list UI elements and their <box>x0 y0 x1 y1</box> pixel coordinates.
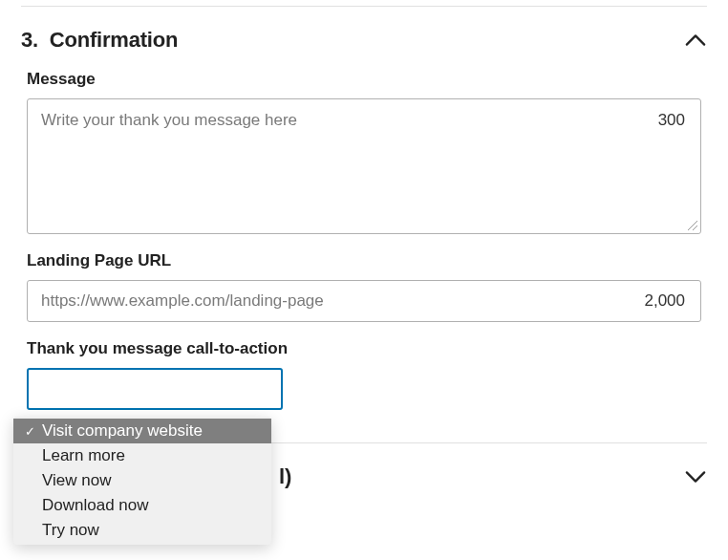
chevron-down-icon <box>685 470 706 484</box>
message-input-wrapper: 300 <box>27 98 701 234</box>
expand-toggle[interactable] <box>684 465 707 488</box>
cta-label: Thank you message call-to-action <box>27 339 701 358</box>
message-label: Message <box>27 70 701 89</box>
landing-url-wrapper: 2,000 <box>27 280 701 322</box>
cta-dropdown: ✓ Visit company website Learn more View … <box>13 417 271 545</box>
chevron-up-icon <box>685 33 706 47</box>
cta-option-label: Download now <box>42 496 149 515</box>
check-icon: ✓ <box>21 424 38 439</box>
cta-option-view-now[interactable]: View now <box>13 468 271 493</box>
cta-option-visit-company-website[interactable]: ✓ Visit company website <box>13 419 271 443</box>
cta-option-label: Learn more <box>42 446 125 465</box>
cta-select[interactable] <box>27 368 283 410</box>
cta-option-label: Try now <box>42 521 99 540</box>
section-header: 3. Confirmation <box>0 7 728 70</box>
cta-option-label: Visit company website <box>42 421 203 441</box>
cta-option-download-now[interactable]: Download now <box>13 493 271 518</box>
landing-url-input[interactable] <box>28 291 700 311</box>
section-title: 3. Confirmation <box>21 28 178 53</box>
landing-url-label: Landing Page URL <box>27 251 701 270</box>
cta-option-learn-more[interactable]: Learn more <box>13 443 271 468</box>
cta-option-label: View now <box>42 471 111 490</box>
cta-option-try-now[interactable]: Try now <box>13 518 271 543</box>
section-title-text: Confirmation <box>50 28 178 52</box>
landing-url-counter: 2,000 <box>644 291 685 311</box>
confirmation-content: Message 300 Landing Page URL 2,000 Thank… <box>0 70 728 410</box>
section-number: 3. <box>21 28 38 52</box>
message-counter: 300 <box>658 111 685 130</box>
collapse-toggle[interactable] <box>684 29 707 52</box>
message-textarea[interactable] <box>28 99 700 233</box>
